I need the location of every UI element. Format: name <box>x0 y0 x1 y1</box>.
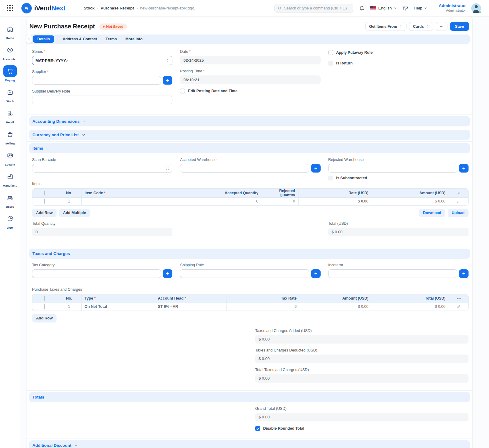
breadcrumb-stock[interactable]: Stock <box>84 6 94 10</box>
row-tax-rate[interactable]: 6 <box>226 303 300 311</box>
add-incoterm-button[interactable] <box>459 269 469 278</box>
total-quantity-label: Total Quantity <box>32 221 172 226</box>
checkbox-box <box>180 89 185 93</box>
sidebar-item-selling[interactable]: Selling <box>0 129 20 145</box>
tab-address-contact[interactable]: Address & Contact <box>63 37 97 41</box>
language-label: English <box>378 6 392 10</box>
section-items[interactable]: Items <box>29 143 470 153</box>
gear-icon[interactable] <box>452 297 466 300</box>
incoterm-input[interactable] <box>328 269 457 278</box>
section-totals[interactable]: Totals <box>29 392 470 402</box>
help-menu[interactable]: Help <box>414 6 428 10</box>
add-rejected-warehouse-button[interactable] <box>459 164 469 173</box>
global-search[interactable] <box>274 4 353 13</box>
accepted-warehouse-input[interactable] <box>180 164 309 173</box>
top-navbar: iVendNext Stock › Purchase Receipt › new… <box>0 0 489 16</box>
row-account-head[interactable]: ST 6% - AR <box>155 303 226 311</box>
taxes-add-row-button[interactable]: Add Row <box>32 314 57 322</box>
col-no: No. <box>57 189 81 198</box>
sidebar-item-users[interactable]: Users <box>0 192 20 208</box>
rejected-warehouse-input[interactable] <box>328 164 457 173</box>
breadcrumb-purchase-receipt[interactable]: Purchase Receipt <box>101 6 134 10</box>
plus-icon <box>166 78 170 82</box>
scan-barcode-input[interactable] <box>32 164 172 173</box>
sidebar-item-loyalty[interactable]: Loyalty <box>0 150 20 166</box>
pencil-icon[interactable] <box>452 305 466 308</box>
is-return-checkbox: Is Return <box>328 61 469 66</box>
language-selector[interactable]: English <box>370 6 397 10</box>
tab-details[interactable]: Details <box>33 35 54 43</box>
taxes-total-field: $ 0.00 <box>255 374 469 383</box>
disable-rounded-total-checkbox[interactable]: Disable Rounded Total <box>255 426 469 431</box>
supplier-delivery-note-input[interactable] <box>32 96 172 104</box>
tab-more-info[interactable]: More Info <box>125 37 142 41</box>
items-upload-button[interactable]: Upload <box>448 209 469 217</box>
sidebar-collapse-button[interactable] <box>26 35 32 43</box>
breadcrumb-current: new-purchase-receipt-zolxjdgo... <box>140 6 197 10</box>
row-checkbox[interactable] <box>44 199 45 204</box>
online-status-dot <box>479 11 481 13</box>
crm-pie-icon <box>3 213 17 224</box>
sidebar-item-retail[interactable]: Retail <box>0 107 20 124</box>
add-tax-category-button[interactable] <box>163 269 172 278</box>
gear-icon[interactable] <box>452 191 466 195</box>
tab-terms[interactable]: Terms <box>106 37 117 41</box>
section-taxes-and-charges[interactable]: Taxes and Charges <box>29 249 470 259</box>
accounting-icon <box>3 44 17 56</box>
select-all-checkbox[interactable] <box>44 296 45 301</box>
search-input[interactable] <box>284 6 350 10</box>
avatar[interactable] <box>471 3 481 13</box>
sidebar-item-stock[interactable]: Stock <box>0 86 20 103</box>
pencil-icon[interactable] <box>452 199 466 203</box>
row-checkbox[interactable] <box>44 304 45 309</box>
series-select[interactable]: MAT-PRE-.YYYY.- <box>32 56 172 65</box>
more-actions-button[interactable] <box>436 22 447 31</box>
items-download-button[interactable]: Download <box>419 209 445 217</box>
add-accepted-warehouse-button[interactable] <box>311 164 321 173</box>
row-no: 1 <box>57 198 81 205</box>
section-accounting-dimensions[interactable]: Accounting Dimensions <box>29 116 470 126</box>
apps-grid-icon[interactable] <box>7 5 13 12</box>
row-rejected-qty[interactable]: 0 <box>262 198 298 205</box>
notifications-bell-icon[interactable] <box>359 5 365 11</box>
row-accepted-qty[interactable]: 0 <box>190 198 262 205</box>
row-item-code[interactable] <box>81 198 190 205</box>
row-no: 1 <box>57 303 81 311</box>
row-type[interactable]: On Net Total <box>81 303 155 311</box>
add-supplier-button[interactable] <box>163 76 172 85</box>
barcode-scan-icon[interactable] <box>165 166 170 170</box>
divider <box>433 3 433 13</box>
section-currency-price-list[interactable]: Currency and Price List <box>29 130 470 140</box>
posting-time-label: Posting Time <box>180 69 320 73</box>
row-rate[interactable]: $ 0.00 <box>298 198 372 205</box>
sidebar-item-accounting[interactable]: Accounti... <box>0 44 20 61</box>
items-add-row-button[interactable]: Add Row <box>32 209 57 217</box>
taxes-added-label: Taxes and Charges Added (USD) <box>255 329 469 333</box>
user-menu[interactable]: Administrator Administrator <box>439 3 466 13</box>
section-additional-discount[interactable]: Additional Discount <box>29 440 470 448</box>
taxes-table-row: 1 On Net Total ST 6% - AR 6 $ 0.00 $ 0.0… <box>32 303 469 311</box>
shipping-rule-input[interactable] <box>180 269 309 278</box>
col-account-head: Account Head <box>155 294 226 303</box>
app-logo[interactable]: iVendNext <box>21 3 65 13</box>
edit-posting-datetime-checkbox[interactable]: Edit Posting Date and Time <box>180 89 320 93</box>
loyalty-card-icon <box>3 150 17 161</box>
apply-putaway-rule-checkbox[interactable]: Apply Putaway Rule <box>328 50 469 55</box>
cards-button[interactable]: Cards <box>409 22 433 31</box>
sidebar-item-crm[interactable]: CRM <box>0 213 20 229</box>
supplier-input[interactable] <box>32 76 161 85</box>
col-amount: Amount (USD) <box>372 189 449 198</box>
theme-palette-icon[interactable] <box>403 5 408 11</box>
add-shipping-rule-button[interactable] <box>311 269 321 278</box>
get-items-from-button[interactable]: Get Items From <box>365 22 407 31</box>
sidebar: Home Accounti... Buying Stock Retail Sel… <box>0 16 20 448</box>
save-button[interactable]: Save <box>450 22 469 31</box>
sidebar-item-buying[interactable]: Buying <box>0 65 20 82</box>
tax-category-input[interactable] <box>32 269 161 278</box>
sidebar-item-manufacturing[interactable]: Manufac... <box>0 171 20 187</box>
manufacturing-factory-icon <box>3 171 17 182</box>
date-label: Date <box>180 49 320 54</box>
sidebar-item-home[interactable]: Home <box>0 23 20 40</box>
items-add-multiple-button[interactable]: Add Multiple <box>59 209 90 217</box>
select-all-checkbox[interactable] <box>44 191 45 195</box>
